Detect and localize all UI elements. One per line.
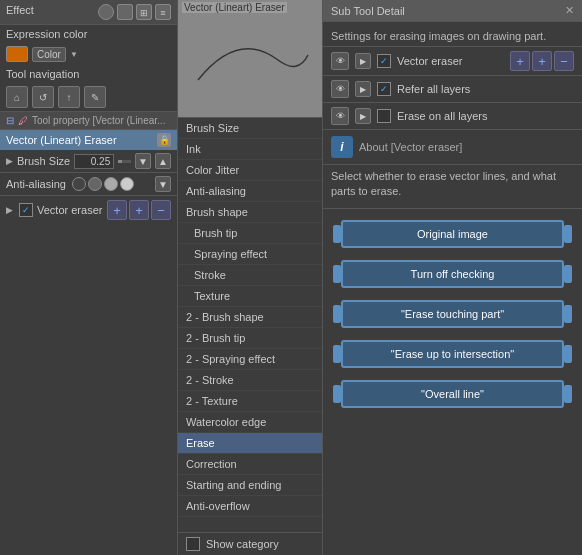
right-desc-text: Settings for erasing images on drawing p… [331, 30, 546, 42]
menu-item-9[interactable]: 2 - Brush shape [178, 307, 322, 328]
handle-right-1 [564, 265, 572, 283]
chevron-btn-1[interactable]: ▶ [355, 81, 371, 97]
list-icon[interactable]: ≡ [155, 4, 171, 20]
tool-navigation-row: Tool navigation [0, 65, 177, 83]
image-option-label-2: "Erase touching part" [401, 308, 504, 320]
anti-aliasing-row: Anti-aliasing ▼ [0, 173, 177, 196]
show-category-label: Show category [206, 538, 279, 550]
nav-btn-1[interactable]: ⌂ [6, 86, 28, 108]
menu-item-2[interactable]: Color Jitter [178, 160, 322, 181]
menu-item-1[interactable]: Ink [178, 139, 322, 160]
add-btn-0-1[interactable]: + [532, 51, 552, 71]
menu-item-8[interactable]: Texture [178, 286, 322, 307]
menu-item-6[interactable]: Spraying effect [178, 244, 322, 265]
image-option-btn-1[interactable]: Turn off checking [341, 260, 564, 288]
right-panel: Sub Tool Detail ✕ Settings for erasing i… [323, 0, 582, 555]
brush-size-up-btn[interactable]: ▲ [155, 153, 171, 169]
show-category-row: Show category [178, 532, 322, 555]
aa-dot-1[interactable] [72, 177, 86, 191]
option-checkbox-2[interactable] [377, 109, 391, 123]
brush-size-fill [118, 160, 122, 163]
brush-size-down-btn[interactable]: ▼ [135, 153, 151, 169]
option-label-0: Vector eraser [397, 55, 462, 67]
vector-eraser-row: ▶ ✓ Vector eraser + + − [0, 196, 177, 224]
image-option-wrapper-4: "Overall line" [341, 380, 564, 408]
aa-dot-4[interactable] [120, 177, 134, 191]
aa-dot-3[interactable] [104, 177, 118, 191]
image-options: Original imageTurn off checking"Erase to… [323, 209, 582, 419]
anti-aliasing-label: Anti-aliasing [6, 178, 66, 190]
vector-eraser-plus-btn[interactable]: + [107, 200, 127, 220]
handle-left-0 [333, 225, 341, 243]
eye-btn-1[interactable]: 👁 [331, 80, 349, 98]
close-button[interactable]: ✕ [565, 4, 574, 17]
about-title: About [Vector eraser] [359, 141, 462, 153]
option-row-2: 👁▶Erase on all layers [323, 103, 582, 130]
square-icon[interactable] [117, 4, 133, 20]
menu-item-10[interactable]: 2 - Brush tip [178, 328, 322, 349]
add-btn-0-2[interactable]: − [554, 51, 574, 71]
info-icon-text: i [340, 140, 343, 154]
menu-item-17[interactable]: Starting and ending [178, 475, 322, 496]
middle-panel: Vector (Lineart) Eraser Brush SizeInkCol… [178, 0, 323, 555]
color-selector-row: Color ▼ [0, 43, 177, 65]
nav-btn-3[interactable]: ↑ [58, 86, 80, 108]
nav-btn-4[interactable]: ✎ [84, 86, 106, 108]
image-option-btn-3[interactable]: "Erase up to intersection" [341, 340, 564, 368]
menu-item-13[interactable]: 2 - Texture [178, 391, 322, 412]
brush-size-slider[interactable] [118, 160, 131, 163]
lock-icon[interactable]: 🔒 [157, 133, 171, 147]
menu-item-12[interactable]: 2 - Stroke [178, 370, 322, 391]
circle-icon[interactable] [98, 4, 114, 20]
vector-eraser-minus-btn[interactable]: − [151, 200, 171, 220]
menu-item-16[interactable]: Correction [178, 454, 322, 475]
vector-eraser-checkbox[interactable]: ✓ [19, 203, 33, 217]
menu-item-18[interactable]: Anti-overflow [178, 496, 322, 517]
nav-btn-2[interactable]: ↺ [32, 86, 54, 108]
show-category-checkbox[interactable] [186, 537, 200, 551]
chevron-btn-0[interactable]: ▶ [355, 53, 371, 69]
option-row-1: 👁▶✓Refer all layers [323, 76, 582, 103]
handle-right-2 [564, 305, 572, 323]
aa-dropdown-btn[interactable]: ▼ [155, 176, 171, 192]
image-option-label-1: Turn off checking [411, 268, 495, 280]
menu-item-14[interactable]: Watercolor edge [178, 412, 322, 433]
eye-btn-0[interactable]: 👁 [331, 52, 349, 70]
tool-property-pen-icon: 🖊 [18, 115, 28, 126]
menu-item-5[interactable]: Brush tip [178, 223, 322, 244]
menu-item-3[interactable]: Anti-aliasing [178, 181, 322, 202]
vector-eraser-plus-btn-2[interactable]: + [129, 200, 149, 220]
brush-size-row: ▶ Brush Size ▼ ▲ [0, 150, 177, 173]
right-header-title: Sub Tool Detail [331, 5, 405, 17]
svg-rect-0 [178, 0, 322, 118]
image-option-btn-2[interactable]: "Erase touching part" [341, 300, 564, 328]
menu-item-7[interactable]: Stroke [178, 265, 322, 286]
add-btn-0-0[interactable]: + [510, 51, 530, 71]
eye-btn-2[interactable]: 👁 [331, 107, 349, 125]
color-swatch[interactable] [6, 46, 28, 62]
menu-list: Brush SizeInkColor JitterAnti-aliasingBr… [178, 118, 322, 517]
image-option-btn-0[interactable]: Original image [341, 220, 564, 248]
brush-size-input[interactable] [74, 154, 114, 169]
tool-property-icon: ⊟ [6, 115, 14, 126]
color-dropdown[interactable]: Color [32, 47, 66, 62]
about-row: i About [Vector eraser] [323, 130, 582, 165]
option-checkbox-1[interactable]: ✓ [377, 82, 391, 96]
menu-item-4[interactable]: Brush shape [178, 202, 322, 223]
expand-arrow: ▶ [6, 156, 13, 166]
option-checkbox-0[interactable]: ✓ [377, 54, 391, 68]
grid-icon[interactable]: ⊞ [136, 4, 152, 20]
menu-item-15[interactable]: Erase [178, 433, 322, 454]
image-option-btn-4[interactable]: "Overall line" [341, 380, 564, 408]
image-option-wrapper-3: "Erase up to intersection" [341, 340, 564, 368]
menu-item-0[interactable]: Brush Size [178, 118, 322, 139]
chevron-btn-2[interactable]: ▶ [355, 108, 371, 124]
preview-svg [178, 0, 322, 118]
menu-item-11[interactable]: 2 - Spraying effect [178, 349, 322, 370]
right-description: Settings for erasing images on drawing p… [323, 22, 582, 47]
tool-property-header: ⊟ 🖊 Tool property [Vector (Linear... [0, 111, 177, 130]
image-option-label-3: "Erase up to intersection" [391, 348, 514, 360]
right-header: Sub Tool Detail ✕ [323, 0, 582, 22]
image-option-label-4: "Overall line" [421, 388, 484, 400]
aa-dot-2[interactable] [88, 177, 102, 191]
